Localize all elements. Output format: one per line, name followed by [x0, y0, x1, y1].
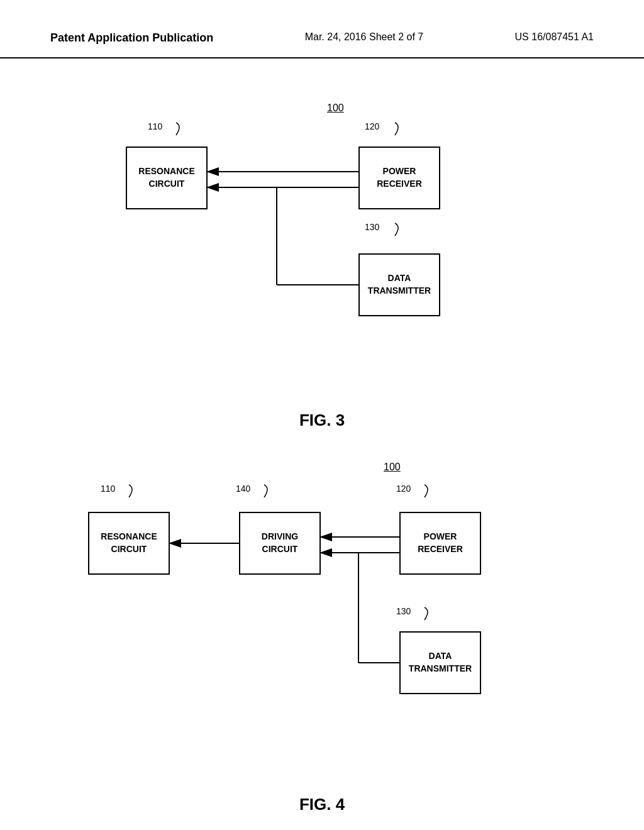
patent-number: US 16/087451 A1 [515, 31, 594, 43]
fig3-diagram: 100 110 120 130 RESONANCECIRCUIT [50, 84, 594, 398]
fig4-arrows [50, 449, 594, 782]
publication-label: Patent Application Publication [50, 31, 213, 45]
header: Patent Application Publication Mar. 24, … [0, 0, 644, 58]
fig4-diagram: 100 110 140 120 130 RESONANCE [50, 449, 594, 782]
sheet-info: Mar. 24, 2016 Sheet 2 of 7 [305, 31, 424, 43]
diagrams-area: 100 110 120 130 RESONANCECIRCUIT [0, 58, 644, 830]
fig4-label: FIG. 4 [50, 795, 594, 814]
fig3-arrows [50, 84, 594, 398]
fig3-label: FIG. 3 [50, 411, 594, 430]
page: Patent Application Publication Mar. 24, … [0, 0, 644, 830]
